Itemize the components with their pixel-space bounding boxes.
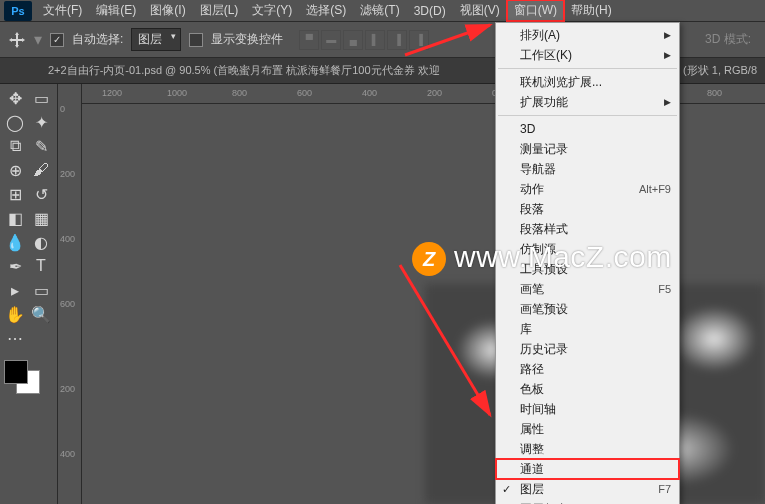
menu-panel-item[interactable]: 测量记录 <box>496 139 679 159</box>
menu-view[interactable]: 视图(V) <box>453 0 507 21</box>
history-brush-tool[interactable]: ↺ <box>28 182 54 206</box>
menu-panel-item[interactable]: 时间轴 <box>496 399 679 419</box>
check-icon: ✓ <box>502 483 511 496</box>
target-dropdown[interactable]: 图层 <box>131 28 181 51</box>
menu-label: 调整 <box>520 441 544 458</box>
auto-select-checkbox[interactable]: ✓ <box>50 33 64 47</box>
more-tools[interactable]: ⋯ <box>2 326 28 350</box>
menu-panel-item[interactable]: 段落 <box>496 199 679 219</box>
menu-panel-item[interactable]: 库 <box>496 319 679 339</box>
menu-panel-item[interactable]: 段落样式 <box>496 219 679 239</box>
document-tab[interactable]: 2+2自由行-内页-01.psd @ 90.5% (首晚蜜月布置 杭派海鲜餐厅1… <box>40 59 448 82</box>
menu-panel-item[interactable]: 调整 <box>496 439 679 459</box>
menu-label: 时间轴 <box>520 401 556 418</box>
menubar: Ps 文件(F) 编辑(E) 图像(I) 图层(L) 文字(Y) 选择(S) 滤… <box>0 0 765 22</box>
menu-label: 通道 <box>520 461 544 478</box>
menu-label: 联机浏览扩展... <box>520 74 602 91</box>
menu-label: 测量记录 <box>520 141 568 158</box>
show-transform-checkbox[interactable] <box>189 33 203 47</box>
menu-label: 排列(A) <box>520 27 560 44</box>
ruler-mark: 400 <box>60 234 75 244</box>
menu-panel-item[interactable]: 历史记录 <box>496 339 679 359</box>
watermark-text: www.MacZ.com <box>454 240 672 274</box>
lasso-tool[interactable]: ◯ <box>2 110 28 134</box>
align-hcenter-icon[interactable]: ▐ <box>387 30 407 50</box>
ruler-mark: 800 <box>232 88 247 98</box>
app-logo: Ps <box>4 1 32 21</box>
menu-window[interactable]: 窗口(W) <box>507 0 564 21</box>
menu-panel-item[interactable]: 通道 <box>496 459 679 479</box>
menu-label: 属性 <box>520 421 544 438</box>
menu-panel-item[interactable]: 路径 <box>496 359 679 379</box>
menu-file[interactable]: 文件(F) <box>36 0 89 21</box>
menu-panel-item[interactable]: 图层复合 <box>496 499 679 504</box>
align-top-icon[interactable]: ▀ <box>299 30 319 50</box>
menu-workspace[interactable]: 工作区(K)▶ <box>496 45 679 65</box>
toolbox: ✥▭ ◯✦ ⧉✎ ⊕🖌 ⊞↺ ◧▦ 💧◐ ✒T ▸▭ ✋🔍 ⋯ <box>0 84 58 504</box>
marquee-tool[interactable]: ▭ <box>28 86 54 110</box>
menu-help[interactable]: 帮助(H) <box>564 0 619 21</box>
ruler-mark: 400 <box>362 88 377 98</box>
heal-tool[interactable]: ⊕ <box>2 158 28 182</box>
menu-label: 段落 <box>520 201 544 218</box>
menu-label: 段落样式 <box>520 221 568 238</box>
menu-panel-item[interactable]: 画笔F5 <box>496 279 679 299</box>
eraser-tool[interactable]: ◧ <box>2 206 28 230</box>
menu-layer[interactable]: 图层(L) <box>193 0 246 21</box>
menu-label: 导航器 <box>520 161 556 178</box>
menu-panel-item[interactable]: 3D <box>496 119 679 139</box>
menu-extensions[interactable]: 扩展功能▶ <box>496 92 679 112</box>
path-select-tool[interactable]: ▸ <box>2 278 28 302</box>
align-vcenter-icon[interactable]: ▬ <box>321 30 341 50</box>
menu-select[interactable]: 选择(S) <box>299 0 353 21</box>
eyedrop-tool[interactable]: ✎ <box>28 134 54 158</box>
menu-shortcut: F7 <box>658 483 671 495</box>
gradient-tool[interactable]: ▦ <box>28 206 54 230</box>
ruler-mark: 200 <box>60 384 75 394</box>
menu-label: 色板 <box>520 381 544 398</box>
align-left-icon[interactable]: ▌ <box>365 30 385 50</box>
menu-filter[interactable]: 滤镜(T) <box>353 0 406 21</box>
pen-tool[interactable]: ✒ <box>2 254 28 278</box>
shape-tool[interactable]: ▭ <box>28 278 54 302</box>
wand-tool[interactable]: ✦ <box>28 110 54 134</box>
hand-tool[interactable]: ✋ <box>2 302 28 326</box>
ruler-mark: 400 <box>60 449 75 459</box>
menu-panel-item[interactable]: ✓图层F7 <box>496 479 679 499</box>
menu-arrange[interactable]: 排列(A)▶ <box>496 25 679 45</box>
color-swatches[interactable] <box>2 358 55 396</box>
zoom-tool[interactable]: 🔍 <box>28 302 54 326</box>
submenu-arrow-icon: ▶ <box>664 50 671 60</box>
menu-image[interactable]: 图像(I) <box>143 0 192 21</box>
menu-label: 扩展功能 <box>520 94 568 111</box>
menu-panel-item[interactable]: 画笔预设 <box>496 299 679 319</box>
align-bottom-icon[interactable]: ▄ <box>343 30 363 50</box>
menu-edit[interactable]: 编辑(E) <box>89 0 143 21</box>
brush-tool[interactable]: 🖌 <box>28 158 54 182</box>
align-right-icon[interactable]: ▐ <box>409 30 429 50</box>
move-tool[interactable]: ✥ <box>2 86 28 110</box>
crop-tool[interactable]: ⧉ <box>2 134 28 158</box>
mode3d-label: 3D 模式: <box>705 31 751 48</box>
blur-tool[interactable]: 💧 <box>2 230 28 254</box>
dodge-tool[interactable]: ◐ <box>28 230 54 254</box>
menu-panel-item[interactable]: 动作Alt+F9 <box>496 179 679 199</box>
menu-browse-extensions[interactable]: 联机浏览扩展... <box>496 72 679 92</box>
submenu-arrow-icon: ▶ <box>664 30 671 40</box>
menu-panel-item[interactable]: 导航器 <box>496 159 679 179</box>
foreground-color[interactable] <box>4 360 28 384</box>
menu-3d[interactable]: 3D(D) <box>407 2 453 20</box>
menu-panel-item[interactable]: 色板 <box>496 379 679 399</box>
menu-label: 画笔 <box>520 281 544 298</box>
ruler-vertical: 0 200 400 600 200 400 <box>58 84 82 504</box>
align-icons: ▀ ▬ ▄ ▌ ▐ ▐ <box>299 30 429 50</box>
menu-label: 库 <box>520 321 532 338</box>
menu-panel-item[interactable]: 属性 <box>496 419 679 439</box>
type-tool[interactable]: T <box>28 254 54 278</box>
menu-label: 动作 <box>520 181 544 198</box>
menu-separator <box>498 115 677 116</box>
menu-label: 画笔预设 <box>520 301 568 318</box>
menu-type[interactable]: 文字(Y) <box>245 0 299 21</box>
submenu-arrow-icon: ▶ <box>664 97 671 107</box>
stamp-tool[interactable]: ⊞ <box>2 182 28 206</box>
